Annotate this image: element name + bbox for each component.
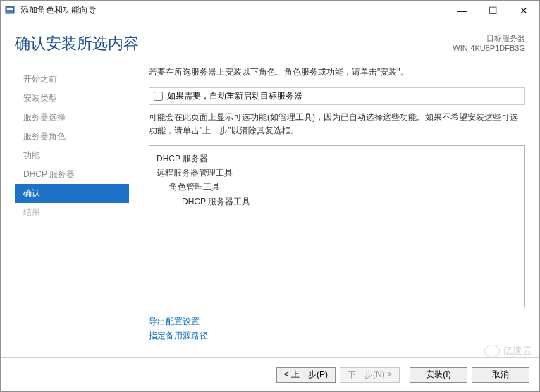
nav-step-results: 结果 xyxy=(15,203,129,222)
close-button[interactable]: ✕ xyxy=(508,1,539,20)
wizard-body: 开始之前 安装类型 服务器选择 服务器角色 功能 DHCP 服务器 确认 结果 … xyxy=(1,59,539,344)
previous-button[interactable]: < 上一步(P) xyxy=(276,367,336,383)
selection-item: 远程服务器管理工具 xyxy=(157,166,517,180)
cancel-button[interactable]: 取消 xyxy=(472,367,529,383)
wizard-nav: 开始之前 安装类型 服务器选择 服务器角色 功能 DHCP 服务器 确认 结果 xyxy=(15,66,129,344)
auto-restart-row[interactable]: 如果需要，自动重新启动目标服务器 xyxy=(149,87,525,105)
selections-box: DHCP 服务器 远程服务器管理工具 角色管理工具 DHCP 服务器工具 xyxy=(149,145,525,307)
wizard-footer: < 上一步(P) 下一步(N) > 安装(I) 取消 xyxy=(1,357,539,391)
nav-step-server-selection[interactable]: 服务器选择 xyxy=(15,108,129,127)
next-button: 下一步(N) > xyxy=(340,367,400,383)
selection-item: DHCP 服务器 xyxy=(157,152,517,166)
target-server-label: 目标服务器 xyxy=(453,33,525,44)
install-button[interactable]: 安装(I) xyxy=(410,367,467,383)
export-config-link[interactable]: 导出配置设置 xyxy=(149,317,200,326)
instruction-text: 若要在所选服务器上安装以下角色、角色服务或功能，请单击"安装"。 xyxy=(149,66,525,79)
nav-step-server-roles[interactable]: 服务器角色 xyxy=(15,127,129,146)
maximize-button[interactable]: ☐ xyxy=(477,1,508,20)
window-title: 添加角色和功能向导 xyxy=(20,4,97,16)
alt-source-link[interactable]: 指定备用源路径 xyxy=(149,331,208,341)
nav-step-before-you-begin[interactable]: 开始之前 xyxy=(15,70,129,89)
note-text: 可能会在此页面上显示可选功能(如管理工具)，因为已自动选择这些功能。如果不希望安… xyxy=(149,111,525,137)
svg-rect-1 xyxy=(7,8,13,10)
nav-step-install-type[interactable]: 安装类型 xyxy=(15,89,129,108)
wizard-header: 确认安装所选内容 目标服务器 WIN-4KU8P1DFB3G xyxy=(1,20,539,59)
app-icon xyxy=(5,5,16,16)
selection-item: 角色管理工具 xyxy=(157,180,517,194)
watermark-text: 亿速云 xyxy=(503,345,532,357)
titlebar: 添加角色和功能向导 — ☐ ✕ xyxy=(1,1,539,20)
minimize-button[interactable]: — xyxy=(446,1,477,20)
auto-restart-checkbox[interactable] xyxy=(154,92,163,101)
watermark: 亿速云 xyxy=(484,345,532,357)
nav-step-features[interactable]: 功能 xyxy=(15,146,129,165)
nav-step-confirm[interactable]: 确认 xyxy=(15,184,129,203)
page-title: 确认安装所选内容 xyxy=(15,33,453,54)
auto-restart-label: 如果需要，自动重新启动目标服务器 xyxy=(167,90,302,102)
wizard-main: 若要在所选服务器上安装以下角色、角色服务或功能，请单击"安装"。 如果需要，自动… xyxy=(129,66,525,344)
target-server-box: 目标服务器 WIN-4KU8P1DFB3G xyxy=(453,33,525,52)
links-area: 导出配置设置 指定备用源路径 xyxy=(149,314,525,343)
target-server-value: WIN-4KU8P1DFB3G xyxy=(453,44,525,52)
nav-step-dhcp[interactable]: DHCP 服务器 xyxy=(15,165,129,184)
selection-item: DHCP 服务器工具 xyxy=(157,195,517,209)
